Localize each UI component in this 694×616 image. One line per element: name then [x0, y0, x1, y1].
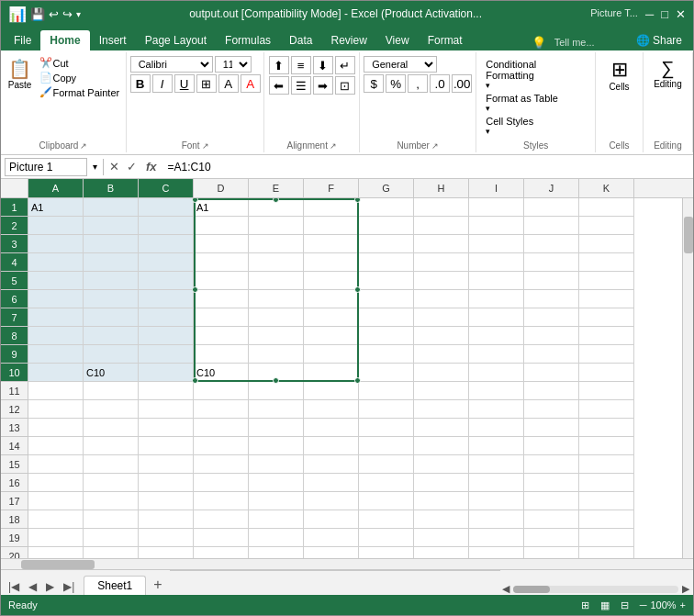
cell-I16[interactable]: [469, 474, 524, 492]
cell-K7[interactable]: [579, 308, 634, 327]
cell-B18[interactable]: [84, 510, 139, 529]
cell-E5[interactable]: [249, 272, 304, 290]
number-expand-icon[interactable]: ↗: [431, 141, 439, 151]
row-header-9[interactable]: 9: [1, 345, 28, 364]
cell-I11[interactable]: [469, 382, 524, 400]
cell-F10[interactable]: [304, 364, 359, 382]
align-right-button[interactable]: ➡: [313, 76, 333, 95]
cell-B4[interactable]: [84, 253, 139, 272]
cell-E17[interactable]: [249, 492, 304, 510]
italic-button[interactable]: I: [152, 74, 173, 93]
cell-E9[interactable]: [249, 345, 304, 364]
editing-button[interactable]: ∑ Editing: [648, 56, 688, 91]
cell-F12[interactable]: [304, 400, 359, 419]
cell-D17[interactable]: [194, 492, 249, 510]
cell-G10[interactable]: [359, 364, 414, 382]
cell-D15[interactable]: [194, 455, 249, 474]
font-expand-icon[interactable]: ↗: [202, 141, 209, 151]
col-header-H[interactable]: H: [414, 179, 469, 197]
cell-C6[interactable]: [139, 290, 194, 308]
sheet-tab-sheet1[interactable]: Sheet1: [84, 576, 146, 595]
cell-H20[interactable]: [414, 547, 469, 558]
cell-I12[interactable]: [469, 400, 524, 419]
cell-J9[interactable]: [524, 345, 579, 364]
cell-H12[interactable]: [414, 400, 469, 419]
minimize-button[interactable]: ─: [645, 7, 654, 21]
cell-J2[interactable]: [524, 217, 579, 235]
cell-F16[interactable]: [304, 474, 359, 492]
row-header-8[interactable]: 8: [1, 327, 28, 345]
cell-A4[interactable]: [28, 253, 84, 272]
cell-A16[interactable]: [28, 474, 84, 492]
cell-E11[interactable]: [249, 382, 304, 400]
cell-E2[interactable]: [249, 217, 304, 235]
cell-H14[interactable]: [414, 437, 469, 455]
cell-C10[interactable]: [139, 364, 194, 382]
cell-K5[interactable]: [579, 272, 634, 290]
cell-E14[interactable]: [249, 437, 304, 455]
row-header-19[interactable]: 19: [1, 529, 28, 547]
cell-G2[interactable]: [359, 217, 414, 235]
cell-K12[interactable]: [579, 400, 634, 419]
cell-H6[interactable]: [414, 290, 469, 308]
cell-C8[interactable]: [139, 327, 194, 345]
cell-D7[interactable]: [194, 308, 249, 327]
cell-K2[interactable]: [579, 217, 634, 235]
cell-H8[interactable]: [414, 327, 469, 345]
cell-E15[interactable]: [249, 455, 304, 474]
cell-styles-dropdown-icon[interactable]: ▾: [486, 127, 490, 136]
conditional-formatting-dropdown-icon[interactable]: ▾: [486, 81, 490, 90]
cell-I5[interactable]: [469, 272, 524, 290]
cell-I10[interactable]: [469, 364, 524, 382]
tell-me-box[interactable]: 💡: [526, 34, 629, 50]
row-header-4[interactable]: 4: [1, 253, 28, 272]
cell-J16[interactable]: [524, 474, 579, 492]
cell-J19[interactable]: [524, 529, 579, 547]
qat-save[interactable]: 💾: [30, 7, 45, 21]
increase-decimal-button[interactable]: .0: [430, 74, 450, 93]
cell-G13[interactable]: [359, 419, 414, 437]
tab-view[interactable]: View: [376, 30, 419, 50]
row-header-6[interactable]: 6: [1, 290, 28, 308]
cell-B19[interactable]: [84, 529, 139, 547]
tab-page-layout[interactable]: Page Layout: [136, 30, 216, 50]
cell-C18[interactable]: [139, 510, 194, 529]
cell-K9[interactable]: [579, 345, 634, 364]
restore-button[interactable]: □: [661, 7, 668, 21]
sheet-scroll-right[interactable]: ▶: [682, 583, 689, 595]
underline-button[interactable]: U: [174, 74, 195, 93]
cell-H5[interactable]: [414, 272, 469, 290]
cell-J4[interactable]: [524, 253, 579, 272]
row-header-13[interactable]: 13: [1, 419, 28, 437]
cell-E12[interactable]: [249, 400, 304, 419]
cell-J8[interactable]: [524, 327, 579, 345]
cell-I4[interactable]: [469, 253, 524, 272]
cell-A10[interactable]: [28, 364, 84, 382]
cell-E6[interactable]: [249, 290, 304, 308]
tab-formulas[interactable]: Formulas: [216, 30, 280, 50]
formula-input[interactable]: [164, 161, 689, 174]
cell-B2[interactable]: [84, 217, 139, 235]
cell-G5[interactable]: [359, 272, 414, 290]
cell-G4[interactable]: [359, 253, 414, 272]
cell-E3[interactable]: [249, 235, 304, 253]
cell-J10[interactable]: [524, 364, 579, 382]
row-header-7[interactable]: 7: [1, 308, 28, 327]
row-header-20[interactable]: 20: [1, 547, 28, 558]
cell-K4[interactable]: [579, 253, 634, 272]
align-bottom-button[interactable]: ⬇: [313, 56, 333, 74]
row-header-1[interactable]: 1: [1, 198, 28, 217]
cell-C17[interactable]: [139, 492, 194, 510]
col-header-B[interactable]: B: [84, 179, 139, 197]
cell-B12[interactable]: [84, 400, 139, 419]
cell-K18[interactable]: [579, 510, 634, 529]
last-sheet-button[interactable]: ▶|: [60, 578, 78, 595]
cell-F8[interactable]: [304, 327, 359, 345]
row-header-14[interactable]: 14: [1, 437, 28, 455]
cell-I2[interactable]: [469, 217, 524, 235]
cell-B17[interactable]: [84, 492, 139, 510]
alignment-expand-icon[interactable]: ↗: [330, 141, 337, 151]
align-left-button[interactable]: ⬅: [269, 76, 289, 95]
cell-C11[interactable]: [139, 382, 194, 400]
font-name-dropdown[interactable]: Calibri: [130, 56, 213, 73]
